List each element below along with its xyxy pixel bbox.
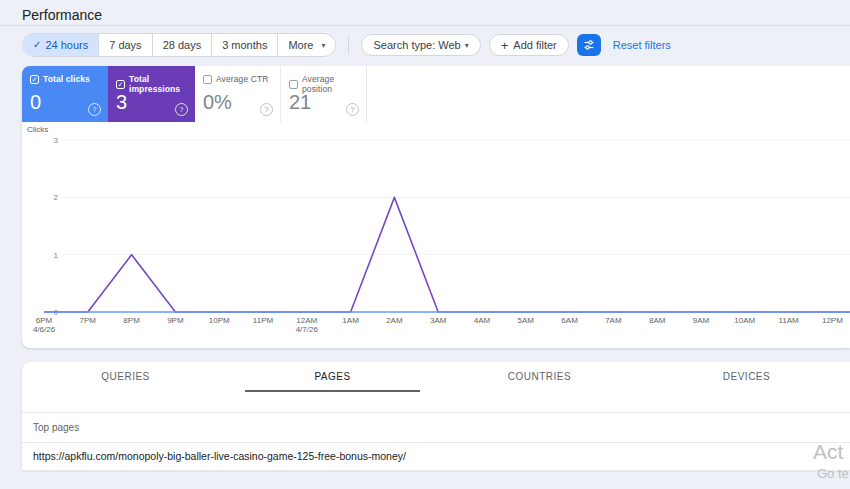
dimensions-card: QUERIES PAGES COUNTRIES DEVICES Top page… — [22, 362, 850, 470]
metric-value: 3 — [116, 90, 127, 114]
filter-bar-divider — [348, 36, 349, 54]
date-range-label: 3 months — [222, 39, 267, 51]
svg-text:5AM: 5AM — [518, 316, 535, 325]
metric-label: Average CTR — [216, 74, 268, 84]
average-ctr-tile[interactable]: Average CTR 0% ? — [195, 66, 281, 122]
pages-table: Top pages https://apkflu.com/monopoly-bi… — [22, 412, 850, 471]
svg-text:4/7/26: 4/7/26 — [296, 325, 319, 334]
check-icon: ✓ — [33, 40, 41, 50]
plus-icon: + — [501, 39, 509, 52]
svg-text:3AM: 3AM — [430, 316, 447, 325]
svg-text:8PM: 8PM — [123, 316, 140, 325]
help-icon[interactable]: ? — [260, 103, 273, 116]
svg-text:6AM: 6AM — [561, 316, 578, 325]
metric-value: 0% — [203, 90, 232, 114]
svg-text:10PM: 10PM — [209, 316, 230, 325]
date-range-28-days[interactable]: 28 days — [152, 34, 212, 56]
svg-text:7AM: 7AM — [605, 316, 622, 325]
chevron-down-icon: ▾ — [321, 41, 325, 50]
svg-text:7PM: 7PM — [80, 316, 97, 325]
tab-pages[interactable]: PAGES — [229, 362, 436, 391]
metric-tiles: ✓ Total clicks 0 ? ✓ Total impressions 3… — [22, 66, 850, 122]
filter-toggle-button[interactable] — [577, 34, 601, 56]
svg-text:4/6/26: 4/6/26 — [33, 325, 56, 334]
tab-label: QUERIES — [101, 371, 150, 382]
checked-checkbox-icon[interactable]: ✓ — [30, 75, 39, 84]
activate-windows-watermark: Act — [813, 440, 843, 464]
svg-text:1AM: 1AM — [342, 316, 359, 325]
svg-text:1: 1 — [54, 251, 59, 260]
header-divider — [0, 25, 850, 26]
svg-text:11AM: 11AM — [778, 316, 799, 325]
svg-text:11PM: 11PM — [253, 316, 274, 325]
svg-text:9PM: 9PM — [167, 316, 184, 325]
active-tab-indicator — [245, 390, 420, 392]
help-icon[interactable]: ? — [346, 103, 359, 116]
metric-label: Average position — [302, 74, 366, 94]
reset-filters-link[interactable]: Reset filters — [613, 39, 671, 51]
chevron-down-icon: ▾ — [465, 41, 469, 50]
search-type-label: Search type: Web — [373, 39, 460, 51]
unchecked-checkbox-icon[interactable] — [203, 75, 212, 84]
tab-countries[interactable]: COUNTRIES — [436, 362, 643, 391]
date-range-more-dropdown[interactable]: More ▾ — [277, 34, 335, 56]
filter-bar: ✓ 24 hours 7 days 28 days 3 months More … — [22, 33, 671, 57]
svg-text:4AM: 4AM — [474, 316, 491, 325]
svg-text:8AM: 8AM — [649, 316, 666, 325]
svg-text:10AM: 10AM — [734, 316, 755, 325]
page-title: Performance — [22, 7, 102, 23]
svg-text:12AM: 12AM — [296, 316, 317, 325]
performance-page: Performance ✓ 24 hours 7 days 28 days 3 … — [0, 0, 850, 489]
tab-devices[interactable]: DEVICES — [643, 362, 850, 391]
svg-text:Clicks: Clicks — [27, 125, 48, 134]
help-icon[interactable]: ? — [88, 103, 101, 116]
tab-queries[interactable]: QUERIES — [22, 362, 229, 391]
date-range-label: 7 days — [109, 39, 141, 51]
date-range-label: 24 hours — [45, 39, 88, 51]
svg-text:9AM: 9AM — [693, 316, 710, 325]
date-range-24-hours[interactable]: ✓ 24 hours — [23, 34, 98, 56]
metric-label: Total impressions — [129, 74, 195, 94]
search-type-dropdown[interactable]: Search type: Web ▾ — [361, 34, 480, 56]
date-range-7-days[interactable]: 7 days — [98, 34, 151, 56]
total-impressions-tile[interactable]: ✓ Total impressions 3 ? — [108, 66, 195, 122]
average-position-tile[interactable]: Average position 21 ? — [281, 66, 367, 122]
table-row[interactable]: https://apkflu.com/monopoly-big-baller-l… — [22, 443, 850, 471]
date-range-group: ✓ 24 hours 7 days 28 days 3 months More … — [22, 33, 336, 57]
svg-text:2: 2 — [54, 193, 59, 202]
checked-checkbox-icon[interactable]: ✓ — [116, 80, 125, 89]
date-range-label: 28 days — [163, 39, 202, 51]
tune-icon — [583, 39, 595, 51]
svg-text:6PM: 6PM — [36, 316, 53, 325]
date-range-3-months[interactable]: 3 months — [211, 34, 277, 56]
add-filter-label: Add filter — [513, 39, 556, 51]
svg-text:12PM: 12PM — [822, 316, 843, 325]
add-filter-button[interactable]: + Add filter — [489, 34, 569, 56]
tab-label: DEVICES — [723, 371, 770, 382]
unchecked-checkbox-icon[interactable] — [289, 80, 298, 89]
svg-text:2AM: 2AM — [386, 316, 403, 325]
activate-windows-watermark-sub: Go te — [817, 466, 849, 481]
metric-value: 21 — [289, 90, 311, 114]
dimension-tabs: QUERIES PAGES COUNTRIES DEVICES — [22, 362, 850, 391]
total-clicks-tile[interactable]: ✓ Total clicks 0 ? — [22, 66, 108, 122]
table-column-header: Top pages — [22, 412, 850, 443]
metric-value: 0 — [30, 90, 41, 114]
metric-label: Total clicks — [43, 74, 90, 84]
performance-line-chart: 3210Clicks6PM4/6/267PM8PM9PM10PM11PM12AM… — [22, 124, 850, 339]
date-range-label: More — [288, 39, 313, 51]
tab-label: COUNTRIES — [508, 371, 571, 382]
svg-text:3: 3 — [54, 136, 59, 145]
metrics-chart-card: ✓ Total clicks 0 ? ✓ Total impressions 3… — [22, 66, 850, 348]
help-icon[interactable]: ? — [175, 103, 188, 116]
tab-label: PAGES — [314, 371, 350, 382]
